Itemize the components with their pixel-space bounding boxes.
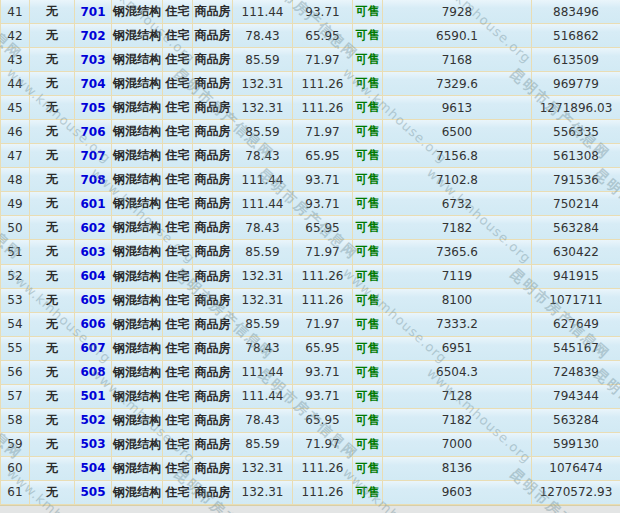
room-number-link[interactable]: 605	[75, 289, 112, 312]
usage-cell: 住宅	[163, 48, 193, 71]
unit-price-cell: 9613	[383, 96, 532, 119]
status-badge: 可售	[353, 144, 383, 167]
build-area-cell: 132.31	[233, 457, 293, 480]
row-number: 48	[1, 168, 30, 191]
usage-cell: 住宅	[163, 24, 193, 47]
unit-price-cell: 6590.1	[383, 24, 532, 47]
usage-cell: 住宅	[163, 433, 193, 456]
limit-cell: 无	[30, 481, 75, 504]
status-badge: 可售	[353, 385, 383, 408]
status-badge: 可售	[353, 313, 383, 336]
total-price-cell: 724839	[532, 361, 620, 384]
house-type-cell: 商品房	[193, 24, 233, 47]
room-number-link[interactable]: 705	[75, 96, 112, 119]
row-number: 56	[1, 361, 30, 384]
house-type-cell: 商品房	[193, 240, 233, 263]
usage-cell: 住宅	[163, 240, 193, 263]
table-row: 61 无 505 钢混结构 住宅 商品房 132.31 111.26 可售 96…	[1, 481, 620, 505]
inner-area-cell: 65.95	[293, 24, 353, 47]
room-number-link[interactable]: 503	[75, 433, 112, 456]
limit-cell: 无	[30, 313, 75, 336]
unit-price-cell: 7102.8	[383, 168, 532, 191]
limit-cell: 无	[30, 120, 75, 143]
build-area-cell: 85.59	[233, 48, 293, 71]
usage-cell: 住宅	[163, 216, 193, 239]
table-row: 46 无 706 钢混结构 住宅 商品房 85.59 71.97 可售 6500…	[1, 120, 620, 144]
usage-cell: 住宅	[163, 409, 193, 432]
house-type-cell: 商品房	[193, 481, 233, 504]
total-price-cell: 613509	[532, 48, 620, 71]
room-number-link[interactable]: 505	[75, 481, 112, 504]
usage-cell: 住宅	[163, 265, 193, 288]
inner-area-cell: 93.71	[293, 168, 353, 191]
unit-price-cell: 7329.6	[383, 72, 532, 95]
room-number-link[interactable]: 702	[75, 24, 112, 47]
build-area-cell: 111.44	[233, 0, 293, 23]
room-number-link[interactable]: 608	[75, 361, 112, 384]
row-number: 59	[1, 433, 30, 456]
total-price-cell: 1071711	[532, 289, 620, 312]
room-number-link[interactable]: 607	[75, 337, 112, 360]
room-number-link[interactable]: 604	[75, 265, 112, 288]
room-number-link[interactable]: 502	[75, 409, 112, 432]
house-type-cell: 商品房	[193, 289, 233, 312]
room-number-link[interactable]: 703	[75, 48, 112, 71]
room-number-link[interactable]: 501	[75, 385, 112, 408]
status-badge: 可售	[353, 481, 383, 504]
usage-cell: 住宅	[163, 289, 193, 312]
build-area-cell: 132.31	[233, 265, 293, 288]
row-number: 54	[1, 313, 30, 336]
structure-cell: 钢混结构	[112, 216, 163, 239]
status-badge: 可售	[353, 24, 383, 47]
structure-cell: 钢混结构	[112, 385, 163, 408]
structure-cell: 钢混结构	[112, 192, 163, 215]
room-number-link[interactable]: 701	[75, 0, 112, 23]
status-badge: 可售	[353, 96, 383, 119]
house-type-cell: 商品房	[193, 361, 233, 384]
inner-area-cell: 71.97	[293, 313, 353, 336]
house-type-cell: 商品房	[193, 72, 233, 95]
usage-cell: 住宅	[163, 0, 193, 23]
inner-area-cell: 111.26	[293, 96, 353, 119]
structure-cell: 钢混结构	[112, 120, 163, 143]
inner-area-cell: 65.95	[293, 409, 353, 432]
total-price-cell: 556335	[532, 120, 620, 143]
limit-cell: 无	[30, 192, 75, 215]
table-row: 51 无 603 钢混结构 住宅 商品房 85.59 71.97 可售 7365…	[1, 240, 620, 264]
room-number-link[interactable]: 708	[75, 168, 112, 191]
row-number: 53	[1, 289, 30, 312]
row-number: 57	[1, 385, 30, 408]
unit-price-cell: 6732	[383, 192, 532, 215]
unit-price-cell: 7000	[383, 433, 532, 456]
table-row: 48 无 708 钢混结构 住宅 商品房 111.44 93.71 可售 710…	[1, 168, 620, 192]
structure-cell: 钢混结构	[112, 409, 163, 432]
usage-cell: 住宅	[163, 481, 193, 504]
room-number-link[interactable]: 606	[75, 313, 112, 336]
house-type-cell: 商品房	[193, 433, 233, 456]
room-number-link[interactable]: 602	[75, 216, 112, 239]
structure-cell: 钢混结构	[112, 96, 163, 119]
limit-cell: 无	[30, 0, 75, 23]
total-price-cell: 1270572.93	[532, 481, 620, 504]
table-row: 60 无 504 钢混结构 住宅 商品房 132.31 111.26 可售 81…	[1, 457, 620, 481]
structure-cell: 钢混结构	[112, 24, 163, 47]
room-number-link[interactable]: 706	[75, 120, 112, 143]
row-number: 45	[1, 96, 30, 119]
total-price-cell: 969779	[532, 72, 620, 95]
limit-cell: 无	[30, 433, 75, 456]
status-badge: 可售	[353, 48, 383, 71]
table-row: 45 无 705 钢混结构 住宅 商品房 132.31 111.26 可售 96…	[1, 96, 620, 120]
row-number: 46	[1, 120, 30, 143]
total-price-cell: 561308	[532, 144, 620, 167]
inner-area-cell: 93.71	[293, 385, 353, 408]
room-number-link[interactable]: 603	[75, 240, 112, 263]
inner-area-cell: 71.97	[293, 433, 353, 456]
inner-area-cell: 71.97	[293, 120, 353, 143]
row-number: 55	[1, 337, 30, 360]
room-number-link[interactable]: 601	[75, 192, 112, 215]
room-number-link[interactable]: 704	[75, 72, 112, 95]
house-type-cell: 商品房	[193, 216, 233, 239]
room-number-link[interactable]: 504	[75, 457, 112, 480]
room-number-link[interactable]: 707	[75, 144, 112, 167]
row-number: 51	[1, 240, 30, 263]
